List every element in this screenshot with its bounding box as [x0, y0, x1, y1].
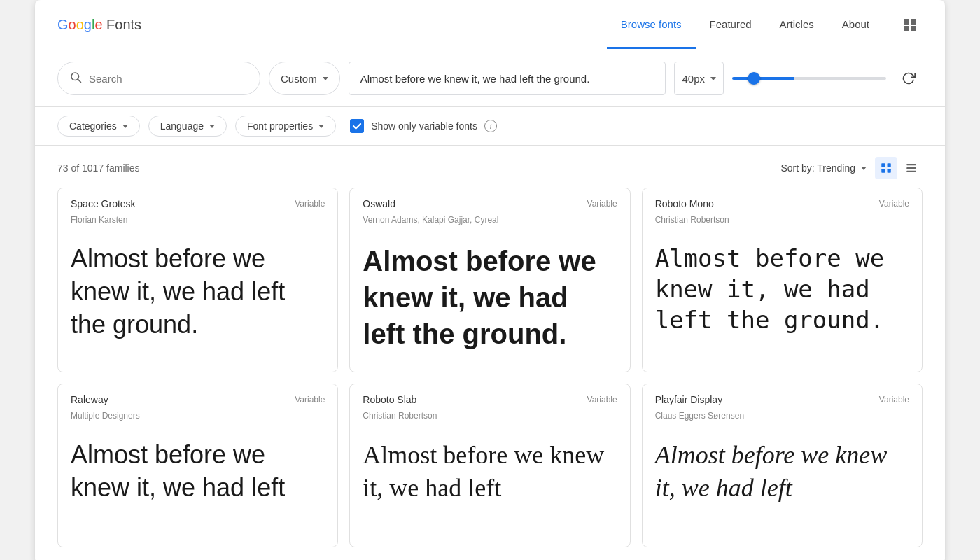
view-toggle [875, 157, 923, 179]
font-preview: Almost before we knew it, we had left th… [58, 232, 337, 360]
variable-fonts-label: Show only variable fonts [371, 120, 477, 132]
font-card-header: Oswald Variable [350, 188, 629, 215]
font-grid: Space Grotesk Variable Florian Karsten A… [35, 188, 945, 560]
font-tag: Variable [295, 395, 325, 405]
font-card-header: Playfair Display Variable [643, 384, 922, 411]
font-card-header: Roboto Mono Variable [643, 188, 922, 215]
svg-rect-5 [888, 169, 891, 173]
font-card-header: Space Grotesk Variable [58, 188, 337, 215]
results-count: 73 of 1017 families [57, 162, 140, 174]
font-author: Multiple Designers [58, 411, 337, 428]
refresh-preview-button[interactable] [895, 64, 923, 92]
font-name: Space Grotesk [71, 198, 136, 209]
header: Google Fonts Browse fonts Featured Artic… [35, 0, 945, 50]
font-author: Christian Robertson [643, 215, 922, 232]
categories-filter-button[interactable]: Categories [57, 115, 140, 136]
font-properties-label: Font properties [247, 120, 313, 132]
font-author: Christian Robertson [350, 411, 629, 428]
nav-articles[interactable]: Articles [766, 1, 828, 49]
font-card[interactable]: Playfair Display Variable Claus Eggers S… [642, 384, 923, 547]
chevron-down-icon [122, 125, 128, 128]
nav-featured[interactable]: Featured [696, 1, 766, 49]
font-preview: Almost before we knew it, we had left [350, 428, 629, 547]
main-nav: Browse fonts Featured Articles About [607, 1, 883, 49]
apps-icon [904, 19, 916, 31]
svg-rect-8 [906, 171, 916, 172]
svg-line-1 [78, 79, 80, 82]
variable-fonts-checkbox[interactable] [350, 119, 364, 133]
filter-row: Categories Language Font properties Show… [35, 107, 945, 146]
font-name: Playfair Display [655, 394, 722, 405]
font-author: Florian Karsten [58, 215, 337, 232]
font-card[interactable]: Roboto Mono Variable Christian Robertson… [642, 188, 923, 372]
info-icon[interactable]: i [484, 120, 497, 132]
font-tag: Variable [587, 199, 617, 209]
variable-fonts-filter: Show only variable fonts i [350, 119, 497, 133]
language-filter-button[interactable]: Language [148, 115, 227, 136]
font-card-header: Raleway Variable [58, 384, 337, 411]
logo[interactable]: Google Fonts [57, 17, 607, 33]
nav-browse-fonts[interactable]: Browse fonts [607, 1, 696, 49]
font-preview: Almost before we knew it, we had left [643, 428, 922, 547]
chevron-down-icon [318, 125, 324, 128]
sort-label: Sort by: Trending [780, 162, 855, 174]
font-name: Raleway [71, 394, 108, 405]
svg-rect-4 [881, 169, 885, 173]
preview-text-input[interactable] [349, 62, 666, 95]
results-controls: Sort by: Trending [780, 157, 923, 179]
font-size-label: 40px [682, 73, 705, 85]
font-card[interactable]: Oswald Variable Vernon Adams, Kalapi Gaj… [349, 188, 630, 372]
font-card[interactable]: Space Grotesk Variable Florian Karsten A… [57, 188, 338, 372]
categories-label: Categories [69, 120, 117, 132]
font-card[interactable]: Roboto Slab Variable Christian Robertson… [349, 384, 630, 547]
font-size-slider[interactable] [732, 77, 886, 80]
search-icon [69, 71, 82, 86]
font-preview: Almost before we knew it, we had left [58, 428, 337, 547]
font-preview: Almost before we knew it, we had left th… [350, 232, 629, 372]
svg-rect-7 [906, 167, 916, 169]
chevron-down-icon [209, 125, 215, 128]
svg-rect-3 [888, 163, 891, 167]
list-view-button[interactable] [900, 157, 923, 179]
apps-icon-button[interactable] [897, 13, 923, 38]
font-properties-filter-button[interactable]: Font properties [235, 115, 336, 136]
font-tag: Variable [295, 199, 325, 209]
font-card-header: Roboto Slab Variable [350, 384, 629, 411]
language-label: Language [160, 120, 204, 132]
nav-about[interactable]: About [828, 1, 883, 49]
logo-text: Google Fonts [57, 17, 141, 33]
svg-rect-6 [906, 164, 916, 165]
font-author: Claus Eggers Sørensen [643, 411, 922, 428]
font-name: Oswald [363, 198, 396, 209]
font-name: Roboto Slab [363, 394, 416, 405]
toolbar: Custom 40px [35, 50, 945, 107]
font-name: Roboto Mono [655, 198, 714, 209]
chevron-down-icon [861, 167, 867, 170]
font-card[interactable]: Raleway Variable Multiple Designers Almo… [57, 384, 338, 547]
sort-dropdown[interactable]: Sort by: Trending [780, 162, 867, 174]
app-window: Google Fonts Browse fonts Featured Artic… [35, 0, 945, 560]
font-tag: Variable [879, 395, 909, 405]
font-tag: Variable [587, 395, 617, 405]
font-size-dropdown[interactable]: 40px [674, 62, 724, 95]
font-tag: Variable [879, 199, 909, 209]
font-author: Vernon Adams, Kalapi Gajjar, Cyreal [350, 215, 629, 232]
search-box[interactable] [57, 62, 260, 95]
chevron-down-icon [323, 77, 328, 80]
results-header: 73 of 1017 families Sort by: Trending [35, 146, 945, 188]
font-size-slider-wrapper [732, 77, 886, 80]
search-input[interactable] [89, 73, 248, 85]
preview-type-label: Custom [281, 73, 317, 85]
preview-type-dropdown[interactable]: Custom [269, 62, 340, 95]
grid-view-button[interactable] [875, 157, 897, 179]
svg-rect-2 [881, 163, 885, 167]
chevron-down-icon [710, 77, 716, 80]
font-preview: Almost before we knew it, we had left th… [643, 232, 922, 356]
